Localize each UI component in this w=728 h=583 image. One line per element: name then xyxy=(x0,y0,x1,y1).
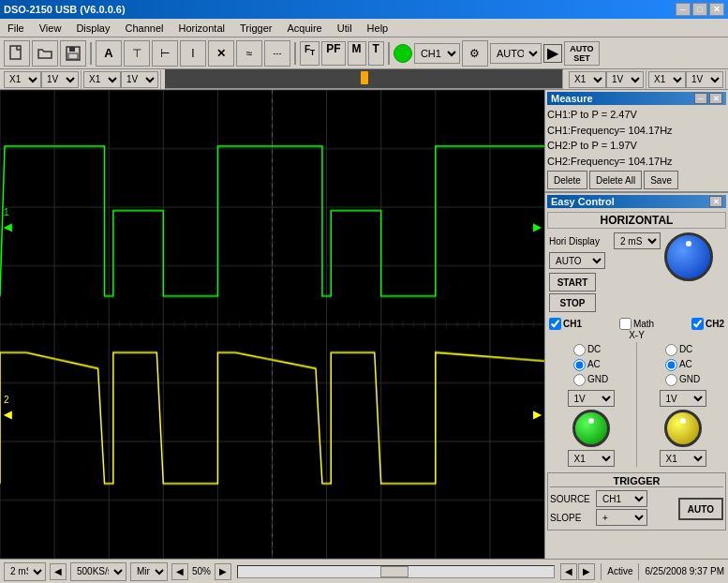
math-checkbox[interactable] xyxy=(619,318,631,330)
ch1-ac-radio[interactable] xyxy=(573,359,586,371)
toolbar-btn-wave[interactable]: ≈ xyxy=(236,40,262,67)
channel-headers: CH1 Math CH2 xyxy=(547,318,726,330)
nav-left-btn[interactable]: ◀ xyxy=(50,563,67,580)
delete-button[interactable]: Delete xyxy=(547,171,587,189)
scroll-bar[interactable] xyxy=(237,565,555,578)
scroll-right-btn[interactable]: ▶ xyxy=(578,563,595,580)
ch2-dc-row: DC xyxy=(665,342,700,357)
channel-divider xyxy=(636,342,637,467)
toolbar-separator-1 xyxy=(90,42,92,65)
ch1-settings-btn[interactable]: ⚙ xyxy=(462,40,488,67)
ch1-knob[interactable] xyxy=(572,410,610,447)
ch2-ac-radio[interactable] xyxy=(665,359,677,371)
zoom-label: 50% xyxy=(192,566,211,576)
ch1-gnd-radio[interactable] xyxy=(573,374,586,386)
hori-display-select[interactable]: 2 mS1 mS5 mS xyxy=(614,232,661,249)
menu-file[interactable]: File xyxy=(4,22,28,35)
ch1-ac-row: AC xyxy=(573,357,608,372)
save-measure-button[interactable]: Save xyxy=(644,171,678,189)
menu-util[interactable]: Util xyxy=(334,22,356,35)
scale-bar: X1 1V X1 1V X1 1V X1 1V xyxy=(0,69,728,90)
menu-acquire[interactable]: Acquire xyxy=(283,22,325,35)
xy-header: X-Y xyxy=(547,330,726,340)
toolbar-btn-cursor2[interactable]: ⊢ xyxy=(152,40,178,67)
ch1-volt-select[interactable]: 1V2V5V xyxy=(568,390,615,407)
ch1-x-select[interactable]: X1 xyxy=(4,71,41,88)
auto-set-button[interactable]: AUTOSET xyxy=(564,41,600,66)
toolbar-btn-m[interactable]: M xyxy=(348,41,366,66)
trigger-source-select[interactable]: CH1CH2 xyxy=(596,490,647,507)
ch2-knob[interactable] xyxy=(664,410,702,447)
ch2-knob-dot xyxy=(680,418,686,424)
ch2-ac-label: AC xyxy=(679,357,692,372)
scroll-thumb[interactable] xyxy=(380,566,409,577)
maximize-button[interactable]: □ xyxy=(692,3,707,16)
menu-horizontal[interactable]: Horizontal xyxy=(174,22,229,35)
run-btn[interactable]: ▶ xyxy=(543,44,562,63)
easy-control-close-btn[interactable]: ✕ xyxy=(709,196,722,207)
ch2-level-marker: ◀ xyxy=(4,409,11,421)
timebase-indicator xyxy=(165,69,563,89)
auto-dropdown[interactable]: AUTO NORMAL SINGLE xyxy=(490,43,542,64)
ch2-x-select[interactable]: X1 xyxy=(83,71,121,88)
toolbar-btn-pf[interactable]: PF xyxy=(321,41,345,66)
ref2-x-select[interactable]: X1 xyxy=(648,71,686,88)
time-div-select[interactable]: 2 mS xyxy=(4,562,46,581)
ch2-mag-select[interactable]: X1X5X10 xyxy=(660,450,706,467)
toolbar-btn-save[interactable] xyxy=(60,40,86,67)
nav-right-btn[interactable]: ▶ xyxy=(215,563,231,580)
menu-display[interactable]: Display xyxy=(72,22,113,35)
trigger-slope-select[interactable]: +- xyxy=(596,509,647,526)
scroll-left-btn[interactable]: ◀ xyxy=(560,563,577,580)
toolbar-btn-cursor1[interactable]: ⊤ xyxy=(124,40,150,67)
menu-channel[interactable]: Channel xyxy=(121,22,167,35)
ch2-dc-radio[interactable] xyxy=(665,344,677,356)
ref2-v-select[interactable]: 1V xyxy=(686,71,723,88)
toolbar-btn-ft[interactable]: FT xyxy=(300,41,319,66)
svg-rect-2 xyxy=(69,47,75,52)
toolbar-btn-cursor4[interactable]: ✕ xyxy=(208,40,234,67)
datetime-label: 6/25/2008 9:37 PM xyxy=(645,566,724,576)
sample-rate-select[interactable]: 500KS/s xyxy=(70,562,126,581)
ch1-dropdown[interactable]: CH1CH2 xyxy=(414,43,460,64)
trigger-auto-button[interactable]: AUTO xyxy=(678,498,723,520)
menu-view[interactable]: View xyxy=(36,22,66,35)
auto-mode-select[interactable]: AUTONORMAL xyxy=(549,252,605,269)
scroll-buttons: ◀ ▶ xyxy=(560,563,595,580)
toolbar-btn-line[interactable]: --- xyxy=(264,40,290,67)
toolbar-btn-open[interactable] xyxy=(32,40,58,67)
toolbar-btn-cursor3[interactable]: I xyxy=(180,40,206,67)
toolbar-btn-a[interactable]: A xyxy=(96,40,122,67)
ch2-gnd-radio[interactable] xyxy=(665,374,677,386)
toolbar-btn-new[interactable] xyxy=(4,40,30,67)
trigger-position-marker xyxy=(361,71,368,84)
measure-close-btn[interactable]: ✕ xyxy=(709,93,722,104)
mode-select[interactable]: Min xyxy=(130,562,168,581)
svg-rect-0 xyxy=(10,46,21,59)
horizontal-knob[interactable] xyxy=(664,232,713,281)
ref1-v-select[interactable]: 1V xyxy=(606,71,644,88)
ch1-v-select[interactable]: 1V xyxy=(41,71,79,88)
menu-help[interactable]: Help xyxy=(364,22,393,35)
ch1-dc-radio[interactable] xyxy=(573,344,586,356)
main-content: ◀ ◀ ▶ ▶ 1 2 Measure ─ ✕ CH1:P to P = 2.4… xyxy=(0,90,728,559)
menu-trigger[interactable]: Trigger xyxy=(236,22,275,35)
folder-icon xyxy=(37,45,53,62)
nav-left2-btn[interactable]: ◀ xyxy=(171,563,188,580)
ch2-v-select[interactable]: 1V xyxy=(121,71,158,88)
close-button[interactable]: ✕ xyxy=(709,3,724,16)
stop-button[interactable]: STOP xyxy=(549,293,596,312)
ch2-checkbox[interactable] xyxy=(691,318,704,330)
main-toolbar: A ⊤ ⊢ I ✕ ≈ --- FT PF M T CH1CH2 ⚙ AUTO … xyxy=(0,37,728,69)
measure-minimize-btn[interactable]: ─ xyxy=(694,93,707,104)
ch1-mag-select[interactable]: X1X5X10 xyxy=(568,450,615,467)
toolbar-btn-t[interactable]: T xyxy=(368,41,384,66)
ch2-volt-select[interactable]: 1V2V5V xyxy=(660,390,706,407)
ch1-checkbox[interactable] xyxy=(549,318,561,330)
delete-all-button[interactable]: Delete All xyxy=(589,171,642,189)
ch1-number: 1 xyxy=(4,207,9,217)
start-button[interactable]: START xyxy=(549,273,596,292)
ch2-x-scale-group: X1 1V xyxy=(82,70,161,89)
ref1-x-select[interactable]: X1 xyxy=(569,71,606,88)
minimize-button[interactable]: ─ xyxy=(676,3,691,16)
